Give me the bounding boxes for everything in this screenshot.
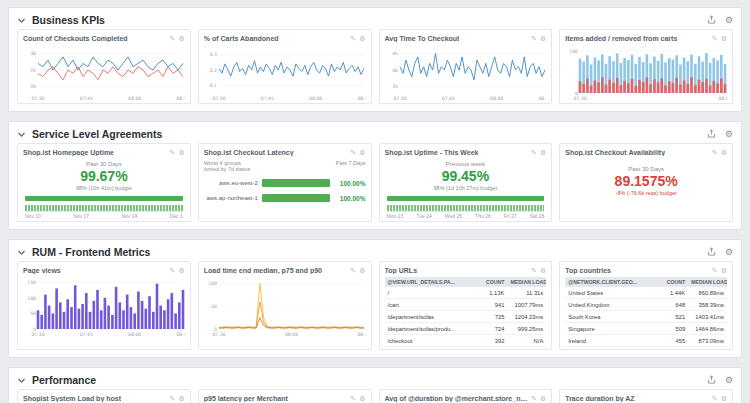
svg-text:07:30: 07:30: [574, 96, 587, 101]
table-row[interactable]: /department/sofas7251204.23ms: [385, 311, 547, 323]
column-header[interactable]: MEDIAN LOAD EVENT: [507, 277, 546, 287]
export-icon[interactable]: [707, 129, 716, 140]
svg-text:07:30: 07:30: [31, 96, 44, 101]
slo-group-row[interactable]: aws.ap-northeast-1 100.00%: [204, 194, 366, 202]
widget-carts-abandoned: % of Carts Abandoned ✎⚙ 0.10.20.307:3007…: [198, 29, 372, 104]
edit-icon[interactable]: ✎: [712, 395, 718, 403]
export-icon[interactable]: [707, 375, 716, 386]
table-row[interactable]: United Kingdom648358.39ms: [565, 299, 727, 311]
svg-text:30: 30: [30, 51, 36, 56]
checkouts-chart[interactable]: 20253007:3007:4508:0008:15: [23, 45, 185, 101]
svg-text:0.2: 0.2: [209, 68, 216, 73]
export-icon[interactable]: [707, 247, 716, 258]
section-performance: Performance ⚙ Shopist System Load by hos…: [8, 367, 742, 403]
slo-value: 89.1575%: [565, 173, 727, 189]
table-row[interactable]: United States1.44K860.89ms: [565, 287, 727, 299]
widget-top-urls: Top URLs ✎⚙ @VIEW.URL_DETAILS.PA...COUNT…: [379, 261, 553, 350]
tick-label: Nov 10: [25, 213, 41, 219]
gear-icon[interactable]: ⚙: [725, 247, 733, 257]
collapse-chevron-icon[interactable]: [17, 376, 26, 385]
edit-icon[interactable]: ✎: [531, 267, 537, 275]
edit-icon[interactable]: ✎: [350, 267, 356, 275]
edit-icon[interactable]: ✎: [531, 149, 537, 157]
slo-history-strip[interactable]: [25, 205, 183, 212]
svg-text:50: 50: [211, 304, 217, 309]
column-header[interactable]: MEDIAN LOAD EVENT: [688, 277, 727, 287]
table-row[interactable]: /department/sofas/produ...724999.25ms: [385, 323, 547, 335]
gear-icon[interactable]: ⚙: [178, 395, 184, 403]
export-icon[interactable]: [707, 15, 716, 26]
gear-icon[interactable]: ⚙: [721, 149, 727, 157]
column-header[interactable]: @VIEW.URL_DETAILS.PA...: [385, 277, 469, 287]
slo-period: Past 7 Days: [336, 160, 366, 172]
gear-icon[interactable]: ⚙: [540, 149, 546, 157]
table-row[interactable]: South Korea5211403.41ms: [565, 311, 727, 323]
gear-icon[interactable]: ⚙: [359, 35, 365, 43]
section-title: RUM - Frontend Metrics: [32, 246, 150, 258]
svg-text:07:30: 07:30: [212, 332, 225, 337]
svg-text:25: 25: [30, 68, 36, 73]
gear-icon[interactable]: ⚙: [721, 267, 727, 275]
group-name: aws.eu-west-2: [204, 180, 258, 186]
avg-time-chart[interactable]: 35404507:3007:4508:0008:15: [385, 45, 547, 101]
gear-icon[interactable]: ⚙: [540, 395, 546, 403]
edit-icon[interactable]: ✎: [170, 149, 176, 157]
edit-icon[interactable]: ✎: [350, 35, 356, 43]
gear-icon[interactable]: ⚙: [721, 35, 727, 43]
column-header[interactable]: @NETWORK.CLIENT.GEO...: [565, 277, 649, 287]
edit-icon[interactable]: ✎: [170, 267, 176, 275]
edit-icon[interactable]: ✎: [712, 149, 718, 157]
table-row[interactable]: /checkout392N/A: [385, 335, 547, 347]
carts-abandoned-chart[interactable]: 0.10.20.307:3007:4508:0008:15: [204, 45, 366, 101]
table-row[interactable]: /cart9411007.79ms: [385, 299, 547, 311]
edit-icon[interactable]: ✎: [350, 395, 356, 403]
gear-icon[interactable]: ⚙: [540, 267, 546, 275]
svg-text:07:45: 07:45: [80, 332, 93, 337]
slo-period: Past 30 Days: [23, 161, 185, 167]
gear-icon[interactable]: ⚙: [721, 395, 727, 403]
column-header[interactable]: COUNT: [649, 277, 688, 287]
gear-icon[interactable]: ⚙: [359, 149, 365, 157]
tick-label: Nov 17: [73, 213, 89, 219]
widget-p95-latency: p95 latency per Merchant ✎⚙ 050100: [198, 389, 372, 403]
gear-icon[interactable]: ⚙: [359, 267, 365, 275]
load-time-chart[interactable]: 05010007:3008:0008:30: [204, 277, 366, 337]
widget-title: Load time end median, p75 and p90: [204, 267, 322, 274]
svg-text:07:45: 07:45: [260, 96, 273, 101]
slo-history-strip[interactable]: [387, 205, 545, 212]
slo-group-row[interactable]: aws.eu-west-2 100.00%: [204, 179, 366, 187]
gear-icon[interactable]: ⚙: [725, 129, 733, 139]
page-views-chart[interactable]: 05010015007:3007:4508:0008:15: [23, 277, 185, 337]
items-carts-chart[interactable]: 010007:3008:00: [565, 45, 727, 101]
collapse-chevron-icon[interactable]: [17, 130, 26, 139]
svg-text:0.3: 0.3: [209, 52, 216, 57]
edit-icon[interactable]: ✎: [531, 35, 537, 43]
edit-icon[interactable]: ✎: [712, 35, 718, 43]
table-row[interactable]: Ireland455873.09ms: [565, 335, 727, 347]
widget-title: Trace duration by AZ: [565, 395, 634, 402]
collapse-chevron-icon[interactable]: [17, 16, 26, 25]
svg-text:08:00: 08:00: [285, 332, 298, 337]
widget-title: Page views: [23, 267, 61, 274]
edit-icon[interactable]: ✎: [170, 395, 176, 403]
gear-icon[interactable]: ⚙: [178, 149, 184, 157]
table-row[interactable]: /1.13K11.31s: [385, 287, 547, 299]
edit-icon[interactable]: ✎: [712, 267, 718, 275]
column-header[interactable]: COUNT: [469, 277, 508, 287]
svg-text:100: 100: [208, 281, 217, 286]
gear-icon[interactable]: ⚙: [178, 267, 184, 275]
edit-icon[interactable]: ✎: [170, 35, 176, 43]
section-header: RUM - Frontend Metrics ⚙: [17, 243, 733, 261]
collapse-chevron-icon[interactable]: [17, 248, 26, 257]
widget-checkout-availability-slo: Shop.ist Checkout Availability ✎⚙ Past 3…: [559, 143, 733, 222]
gear-icon[interactable]: ⚙: [359, 395, 365, 403]
table-row[interactable]: Singapore5091464.86ms: [565, 323, 727, 335]
slo-axis-ticks: Mon 23 Tue 24 Wed 25 Thu 26 Fri 27 Sat 2…: [387, 213, 545, 219]
edit-icon[interactable]: ✎: [531, 395, 537, 403]
gear-icon[interactable]: ⚙: [725, 375, 733, 385]
edit-icon[interactable]: ✎: [350, 149, 356, 157]
section-header: Business KPIs ⚙: [17, 11, 733, 29]
gear-icon[interactable]: ⚙: [178, 35, 184, 43]
gear-icon[interactable]: ⚙: [725, 15, 733, 25]
gear-icon[interactable]: ⚙: [540, 35, 546, 43]
